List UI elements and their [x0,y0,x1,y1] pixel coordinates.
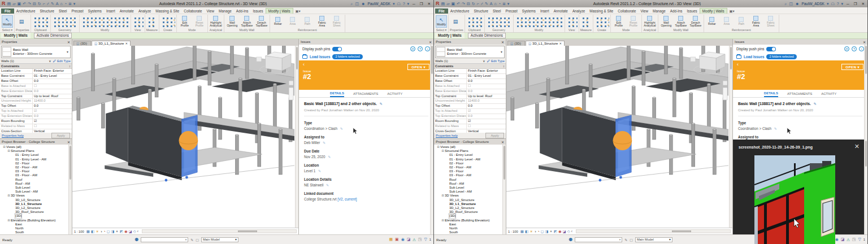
ribbon-tab[interactable]: Architecture [14,8,38,14]
tree-expand-icon[interactable] [445,165,449,169]
tree-item[interactable]: 02 - Floor - AM [0,165,72,169]
issue-tab[interactable]: DETAILS [764,90,778,97]
tree-item[interactable]: 03 - Floor [434,169,506,173]
design-option-dropdown[interactable]: Main Model▾ [635,237,672,242]
modify-button[interactable]: ↖Modify [2,15,13,28]
property-row[interactable]: Location Line Finish Face: Exterior [0,69,72,74]
tree-item[interactable]: {3D} [0,214,72,218]
tool-icons-grid[interactable] [486,15,512,28]
tree-expand-icon[interactable]: ⊟ [436,145,440,149]
chevron-down-icon[interactable]: ∨ [483,59,485,63]
crop-view-icon[interactable]: ◻ [107,229,110,234]
aligned-dimension-icon[interactable]: ⌿ [47,1,49,7]
issue-tab[interactable]: ATTACHMENTS [353,90,378,97]
tool-icons-grid[interactable] [132,15,144,28]
ribbon-tab[interactable]: Steel [57,8,69,14]
tag-icon[interactable]: ✎ [51,1,54,7]
fabric-sheet-button[interactable]: Fabric Sheet [764,16,778,28]
ribbon-tab[interactable]: Structure [37,8,57,14]
tree-expand-icon[interactable] [445,198,449,202]
tree-item[interactable]: South [434,230,506,234]
exclude-options-icon[interactable]: ◳ [852,237,856,242]
ribbon-tab[interactable]: Insert [104,8,118,14]
tree-expand-icon[interactable] [445,190,449,194]
thin-lines-icon[interactable]: ≣ [68,1,72,7]
tree-item[interactable]: 3D_L2_Structure [434,206,506,210]
tree-item[interactable]: Roof [434,178,506,182]
ribbon-tab[interactable]: Annotate [118,8,136,14]
close-icon[interactable]: ✕ [429,40,432,44]
temporary-view-properties-icon[interactable]: ◪ [563,229,566,234]
sync-icon[interactable]: ↻ [38,1,41,7]
property-row[interactable]: Related to Mass ☐ [0,124,72,129]
close-icon[interactable]: ✕ [67,140,70,144]
aligned-dimension-icon[interactable]: ⌿ [481,1,483,7]
tree-item[interactable]: 3D_L1_Structure [0,202,72,206]
view-tab[interactable]: ◫ 3D_L1_Structure ✕ [92,41,131,46]
tree-item[interactable]: 3D_Roof_Structure [0,210,72,214]
text-icon[interactable]: A [490,1,493,7]
ribbon-tab[interactable]: Issues [251,8,266,14]
open-icon[interactable]: ▱ [12,1,15,7]
rendering-icon[interactable]: ◔ [103,229,106,234]
reset-profile-button[interactable]: Reset Profile [627,16,640,28]
tree-item[interactable]: North [434,226,506,230]
save-icon[interactable]: ▣ [18,1,21,7]
tree-expand-icon[interactable] [445,210,449,214]
expand-icon[interactable]: ‹ [571,229,572,234]
tool-icons-grid[interactable] [160,15,175,28]
tree-item[interactable]: ⊟ Views (all) [434,145,506,149]
property-row[interactable]: Top is Attached ☑ [0,109,72,114]
tree-item[interactable]: ⊟ Views (all) [0,145,72,149]
user-icon[interactable]: ☻ [361,1,365,7]
tree-item[interactable]: ⊟ Elevations (Building Elevation) [434,219,506,223]
property-row[interactable]: Top is Attached ☑ [434,109,506,114]
ribbon-tab[interactable]: Systems [520,8,538,14]
tree-expand-icon[interactable] [445,153,449,157]
property-row[interactable]: Unconnected Height 11400.0 [434,99,506,104]
text-icon[interactable]: A [56,1,59,7]
push-pins-toggle[interactable] [766,47,776,51]
3d-model-view[interactable] [72,46,294,228]
chevron-down-icon[interactable]: ∨ [49,59,51,63]
close-attachment-icon[interactable]: ✕ [854,143,860,150]
tree-item[interactable]: Roof - AM [0,182,72,186]
tree-expand-icon[interactable] [11,165,15,169]
tree-expand-icon[interactable] [445,162,449,165]
tree-item[interactable]: 03 - Floor - AM [0,173,72,177]
tree-expand-icon[interactable]: ⊟ [2,145,6,149]
detail-level-icon[interactable]: ▦ [520,229,524,234]
property-row[interactable]: Top Constraint Up to level: Roof [434,94,506,99]
unlocked-view-icon[interactable]: ✦ [115,229,118,234]
default-3d-view-icon[interactable]: ⌂ [60,1,62,7]
tree-item[interactable]: 03 - Floor [0,169,72,173]
reveal-hidden-elements-icon[interactable]: ◉ [835,237,839,242]
rendering-icon[interactable]: ◔ [537,229,540,234]
tree-expand-icon[interactable] [445,158,449,162]
tool-icons-grid[interactable] [146,15,157,28]
ribbon-tab[interactable]: Systems [86,8,104,14]
ribbon-tab[interactable]: Issues [685,8,700,14]
visual-style-icon[interactable]: ◧ [91,229,94,234]
property-row[interactable]: Room Bounding ☑ [0,119,72,124]
restore-button[interactable]: ❐ [853,2,858,6]
tree-item[interactable]: {3D} [434,214,506,218]
path-button[interactable]: Path [735,17,748,26]
rebar-button[interactable]: Rebar [705,17,719,26]
issues-scrollbar[interactable] [430,45,433,234]
tree-item[interactable]: Sub Level - AM [434,190,506,194]
tree-expand-icon[interactable] [445,226,449,230]
browser-scrollbar[interactable] [502,145,506,234]
tree-expand-icon[interactable] [445,169,449,173]
design-options-icon[interactable]: ▢ [630,238,633,242]
temporary-view-properties-icon[interactable]: ◪ [841,237,845,242]
filter-icon[interactable]: ▽ [424,237,427,242]
default-3d-view-icon[interactable]: ⌂ [494,1,496,7]
editable-only-icon[interactable]: ✎ [624,238,627,242]
issue-tab[interactable]: ACTIVITY [387,90,402,97]
tree-item[interactable]: Sub Level [434,186,506,190]
attach-top-base-button[interactable]: Attach Top/Base [674,16,688,28]
tree-expand-icon[interactable] [11,169,15,173]
properties-button[interactable]: ▤ [450,15,461,28]
folders-selected-badge[interactable]: 2 folders selected [766,54,796,59]
